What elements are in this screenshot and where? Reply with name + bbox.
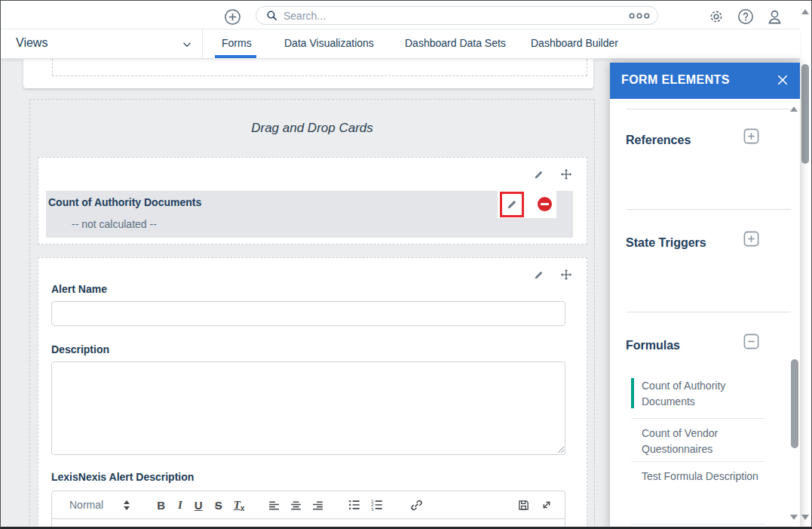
plus-square-icon bbox=[743, 230, 760, 248]
italic-button[interactable]: I bbox=[178, 496, 182, 514]
clipped-dropzone-border bbox=[52, 59, 587, 76]
clear-formatting-button[interactable]: Tx bbox=[234, 496, 245, 514]
alert-name-input[interactable] bbox=[51, 301, 565, 326]
align-center-button[interactable] bbox=[290, 496, 302, 514]
paragraph-style-select[interactable]: Normal bbox=[69, 499, 130, 511]
panel-scroll-up-arrow[interactable] bbox=[790, 106, 798, 112]
formula-item-test-formula[interactable]: Test Formula Description bbox=[631, 469, 765, 484]
window-scroll-down-arrow[interactable] bbox=[801, 515, 809, 520]
user-icon bbox=[766, 8, 783, 26]
overflow-menu-icon[interactable] bbox=[629, 11, 650, 20]
plus-circle-icon bbox=[224, 8, 241, 26]
description-textarea[interactable] bbox=[51, 361, 565, 455]
align-right-button[interactable] bbox=[311, 496, 324, 514]
svg-text:3: 3 bbox=[372, 507, 374, 512]
dropzone-title: Drag and Drop Cards bbox=[30, 121, 594, 136]
paragraph-style-value: Normal bbox=[69, 499, 103, 511]
link-icon bbox=[409, 498, 424, 512]
edit-card-button[interactable] bbox=[533, 269, 544, 281]
underline-button[interactable]: U bbox=[195, 496, 203, 514]
formula-field-title: Count of Authority Documents bbox=[48, 196, 201, 208]
question-circle-icon bbox=[737, 8, 754, 25]
bold-button[interactable]: B bbox=[157, 496, 165, 514]
bullet-list-icon bbox=[348, 498, 361, 512]
section-references-label: References bbox=[626, 134, 691, 147]
move-card-handle[interactable] bbox=[560, 269, 572, 281]
formula-field-value: -- not calculated -- bbox=[72, 218, 157, 230]
bullet-list-button[interactable] bbox=[348, 496, 361, 514]
form-elements-panel: FORM ELEMENTS References State Triggers … bbox=[610, 63, 800, 529]
edit-formula-pencil-icon[interactable] bbox=[506, 198, 518, 211]
move-card-handle[interactable] bbox=[560, 168, 572, 180]
alert-name-label: Alert Name bbox=[51, 283, 107, 295]
search-input[interactable]: Search... bbox=[283, 10, 629, 22]
window-scroll-up-arrow[interactable] bbox=[801, 9, 809, 14]
insert-link-button[interactable] bbox=[409, 496, 424, 514]
references-expand-button[interactable] bbox=[743, 128, 760, 145]
formula-item-count-vendor[interactable]: Count of Vendor Questionnaires bbox=[631, 426, 765, 457]
align-center-icon bbox=[290, 499, 302, 512]
window-scrollbar-thumb[interactable] bbox=[801, 64, 809, 164]
views-dropdown-label: Views bbox=[16, 36, 47, 50]
section-divider bbox=[627, 209, 791, 210]
tab-forms[interactable]: Forms bbox=[222, 37, 252, 49]
lexisnexis-description-label: LexisNexis Alert Description bbox=[51, 471, 194, 483]
expand-editor-button[interactable] bbox=[541, 496, 553, 514]
panel-title: FORM ELEMENTS bbox=[621, 73, 730, 87]
pencil-icon bbox=[533, 169, 544, 180]
align-left-icon bbox=[268, 499, 280, 512]
search-bar[interactable]: Search... bbox=[256, 6, 658, 25]
gear-icon bbox=[708, 8, 725, 25]
style-stepper-icon bbox=[124, 500, 130, 510]
pencil-icon bbox=[533, 269, 544, 281]
formula-field-controls bbox=[498, 190, 556, 218]
save-content-button[interactable] bbox=[517, 496, 530, 514]
chevron-down-icon bbox=[182, 39, 192, 50]
plus-square-icon bbox=[743, 128, 760, 145]
user-menu-button[interactable] bbox=[766, 8, 783, 26]
section-divider bbox=[627, 109, 791, 109]
help-button[interactable] bbox=[737, 8, 754, 25]
item-divider bbox=[631, 418, 765, 419]
numbered-list-button[interactable]: 1 2 3 bbox=[370, 496, 384, 514]
strikethrough-button[interactable]: S bbox=[215, 496, 222, 514]
top-bar: Search... bbox=[1, 1, 800, 29]
numbered-list-icon: 1 2 3 bbox=[370, 498, 384, 512]
expand-icon bbox=[541, 499, 553, 511]
align-left-button[interactable] bbox=[268, 496, 280, 514]
item-divider bbox=[631, 461, 765, 462]
formula-item-count-authority[interactable]: Count of Authority Documents bbox=[631, 378, 765, 410]
formulas-collapse-button[interactable] bbox=[743, 333, 760, 350]
tab-dashboard-data-sets[interactable]: Dashboard Data Sets bbox=[405, 37, 506, 49]
description-label: Description bbox=[51, 343, 109, 355]
panel-header: FORM ELEMENTS bbox=[610, 63, 800, 99]
nav-bar: Views Forms Data Visualizations Dashboar… bbox=[1, 29, 800, 59]
active-tab-indicator bbox=[215, 55, 256, 58]
richtext-editor-area[interactable] bbox=[51, 519, 565, 529]
panel-scrollbar-thumb[interactable] bbox=[791, 359, 798, 448]
edit-card-button[interactable] bbox=[533, 169, 544, 180]
app-window: Search... bbox=[0, 0, 812, 529]
tab-dashboard-builder[interactable]: Dashboard Builder bbox=[531, 37, 618, 49]
remove-field-button[interactable] bbox=[538, 197, 552, 211]
minus-square-icon bbox=[743, 333, 760, 350]
resize-handle-icon[interactable] bbox=[557, 446, 565, 454]
settings-button[interactable] bbox=[708, 8, 725, 25]
search-icon bbox=[265, 9, 278, 22]
floppy-disk-icon bbox=[517, 499, 530, 512]
views-dropdown[interactable]: Views bbox=[1, 29, 203, 59]
panel-scroll-down-arrow[interactable] bbox=[790, 515, 798, 520]
formula-card: Count of Authority Documents -- not calc… bbox=[38, 157, 587, 245]
state-triggers-expand-button[interactable] bbox=[743, 230, 760, 248]
item-divider bbox=[631, 524, 765, 524]
drag-drop-zone[interactable]: Drag and Drop Cards Count of Authority D… bbox=[29, 99, 595, 529]
clipped-form-card: y bbox=[23, 59, 593, 88]
selected-indicator bbox=[631, 378, 634, 408]
create-button[interactable] bbox=[224, 8, 241, 26]
section-divider bbox=[627, 312, 791, 312]
section-state-triggers-label: State Triggers bbox=[626, 236, 706, 250]
section-formulas-label: Formulas bbox=[626, 339, 680, 352]
align-right-icon bbox=[311, 499, 324, 512]
close-icon[interactable] bbox=[776, 73, 789, 87]
tab-data-visualizations[interactable]: Data Visualizations bbox=[284, 37, 374, 49]
